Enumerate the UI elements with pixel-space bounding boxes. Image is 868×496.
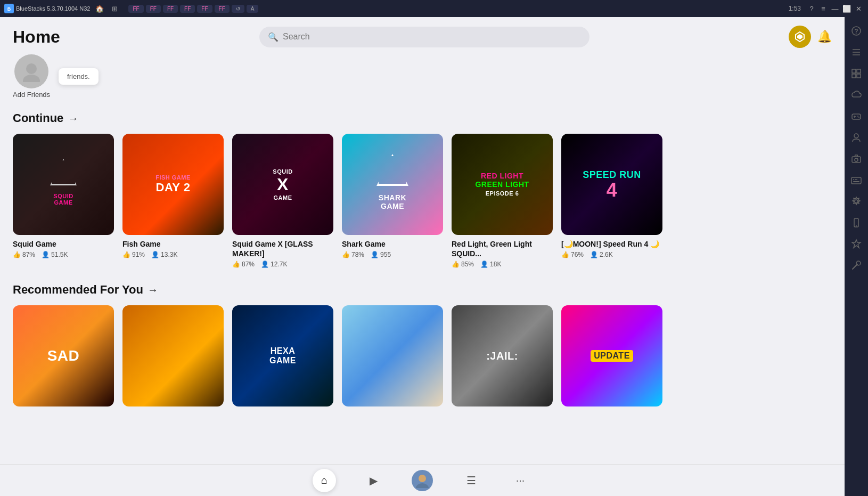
game-thumbnail-jail: :jail:	[452, 305, 553, 406]
instance-tab-3[interactable]: FF	[163, 5, 178, 13]
bottom-nav: ⌂ ▶ ☰ ···	[0, 464, 845, 496]
svg-point-30	[855, 200, 858, 203]
friends-section: Add Friends friends.	[13, 52, 832, 99]
game-stats-red-light: 👍 85% 👤 18K	[452, 261, 553, 268]
sidebar-icon-cloud[interactable]	[847, 85, 866, 104]
svg-rect-15	[852, 74, 856, 78]
sidebar-icon-tools[interactable]	[847, 256, 866, 275]
game-card-jail[interactable]: :jail:	[452, 305, 553, 411]
app-title: BlueStacks 5.3.70.1004 N32	[16, 5, 90, 12]
nav-list[interactable]: ☰	[460, 469, 483, 492]
svg-rect-16	[857, 74, 861, 78]
recommended-section-header: Recommended For You →	[13, 283, 832, 297]
avatar-nav-icon	[412, 470, 433, 491]
title-bar: B BlueStacks 5.3.70.1004 N32 🏠 ⊞ FF FF F…	[0, 0, 868, 17]
game-card-car[interactable]: UPDATE	[561, 305, 662, 411]
sidebar-icon-camera[interactable]	[847, 149, 866, 168]
game-thumbnail-shark-game: SHARKGAME	[342, 134, 443, 235]
help-icon[interactable]: ?	[806, 3, 817, 14]
main-content: Home 🔍 🔔	[0, 17, 845, 496]
game-name-fish-game: Fish Game	[122, 239, 224, 249]
search-bar[interactable]: 🔍	[259, 27, 589, 47]
svg-rect-14	[857, 69, 861, 73]
instance-tab-6[interactable]: FF	[215, 5, 230, 13]
robux-button[interactable]	[789, 26, 811, 48]
nav-play[interactable]: ▶	[362, 469, 385, 492]
instance-tab-1[interactable]: FF	[128, 5, 143, 13]
page-header: Home 🔍 🔔	[0, 17, 845, 52]
instance-tab-7[interactable]: ↺	[232, 5, 244, 13]
game-stats-shark-game: 👍 78% 👤 955	[342, 251, 443, 258]
game-thumbnail-speed-run: Speed Run 4	[561, 134, 662, 235]
instance-tab-2[interactable]: FF	[146, 5, 161, 13]
sidebar-icon-instances[interactable]	[847, 64, 866, 83]
game-card-sad[interactable]: SAD	[13, 305, 114, 411]
players-stat: 👤 13.3K	[151, 251, 177, 258]
right-sidebar: ?	[845, 17, 868, 496]
continue-title: Continue	[13, 111, 63, 125]
sidebar-icon-star[interactable]	[847, 234, 866, 254]
nav-more[interactable]: ···	[509, 469, 532, 492]
rating-stat: 👍 91%	[122, 251, 145, 258]
home-tab-icon[interactable]: 🏠	[94, 3, 105, 14]
svg-marker-33	[852, 240, 861, 248]
play-nav-icon: ▶	[370, 474, 378, 487]
game-card-squid-x[interactable]: SQUIDXGAME Squid Game X [GLASS MAKER!] 👍…	[232, 134, 333, 268]
game-card-rec-2[interactable]	[122, 305, 224, 411]
game-card-squid-game[interactable]: SQUIDGAME Squid Game 👍 87% 👤 51.5K	[13, 134, 114, 268]
players-stat: 👤 955	[371, 251, 391, 258]
game-card-shark-game[interactable]: SHARKGAME Shark Game 👍 78% 👤 955	[342, 134, 443, 268]
game-thumbnail-squid-x: SQUIDXGAME	[232, 134, 333, 235]
players-stat: 👤 18K	[480, 261, 501, 268]
instance-tab-8[interactable]: A	[247, 5, 259, 13]
bluestacks-logo-icon: B	[4, 4, 14, 13]
nav-home[interactable]: ⌂	[313, 469, 336, 492]
sidebar-icon-keyboard[interactable]	[847, 170, 866, 190]
list-nav-icon: ☰	[466, 474, 476, 487]
minimize-icon[interactable]: —	[830, 3, 840, 14]
maximize-icon[interactable]: ⬜	[841, 3, 852, 14]
instance-tab-5[interactable]: FF	[197, 5, 212, 13]
svg-point-32	[856, 225, 857, 226]
game-name-squid-x: Squid Game X [GLASS MAKER!]	[232, 239, 333, 258]
sidebar-icon-settings[interactable]	[847, 192, 866, 211]
sidebar-icon-menu[interactable]	[847, 43, 866, 62]
sidebar-icon-profile[interactable]	[847, 128, 866, 147]
avatar	[14, 54, 48, 88]
game-card-rec-4[interactable]	[342, 305, 443, 411]
nav-avatar[interactable]	[411, 469, 434, 492]
rating-stat: 👍 85%	[452, 261, 474, 268]
close-icon[interactable]: ✕	[853, 3, 864, 14]
recommended-arrow[interactable]: →	[148, 284, 158, 296]
game-stats-speed-run: 👍 76% 👤 2.6K	[561, 251, 662, 258]
menu-icon[interactable]: ≡	[818, 3, 829, 14]
rating-stat: 👍 87%	[13, 251, 35, 258]
svg-text:B: B	[7, 6, 11, 12]
game-card-red-light[interactable]: RED LIGHTGREEN LIGHTEPISODE 6 Red Light,…	[452, 134, 553, 268]
game-name-speed-run: [🌙MOON!] Speed Run 4 🌙	[561, 239, 662, 249]
continue-section-header: Continue →	[13, 111, 832, 125]
sidebar-icon-mobile[interactable]	[847, 213, 866, 232]
scroll-content: Add Friends friends. Continue → SQUIDGAM	[0, 52, 845, 464]
game-card-speed-run[interactable]: Speed Run 4 [🌙MOON!] Speed Run 4 🌙 👍 76%…	[561, 134, 662, 268]
home-nav-icon: ⌂	[321, 474, 327, 486]
svg-point-7	[416, 483, 429, 488]
game-stats-fish-game: 👍 91% 👤 13.3K	[122, 251, 224, 258]
title-bar-logo: B BlueStacks 5.3.70.1004 N32	[4, 4, 90, 13]
game-thumbnail-hexa: HEXAGAME	[232, 305, 333, 406]
game-card-fish-game[interactable]: FISH GAMEDAY 2 Fish Game 👍 91% 👤 13.3K	[122, 134, 224, 268]
more-nav-icon: ···	[516, 474, 525, 486]
window-controls: ? ≡ — ⬜ ✕	[806, 3, 864, 14]
sidebar-icon-game[interactable]	[847, 107, 866, 126]
game-thumbnail-sad: SAD	[13, 305, 114, 406]
sidebar-icon-help[interactable]: ?	[847, 21, 866, 40]
instance-tab-4[interactable]: FF	[180, 5, 195, 13]
notifications-bell-icon[interactable]: 🔔	[817, 30, 832, 44]
game-name-squid-game: Squid Game	[13, 239, 114, 249]
game-card-hexa[interactable]: HEXAGAME	[232, 305, 333, 411]
app-layout: Home 🔍 🔔	[0, 17, 868, 496]
multi-tab-icon[interactable]: ⊞	[109, 3, 120, 14]
add-friends-label[interactable]: Add Friends	[13, 91, 50, 99]
search-input[interactable]	[283, 32, 581, 42]
continue-arrow[interactable]: →	[68, 112, 78, 125]
